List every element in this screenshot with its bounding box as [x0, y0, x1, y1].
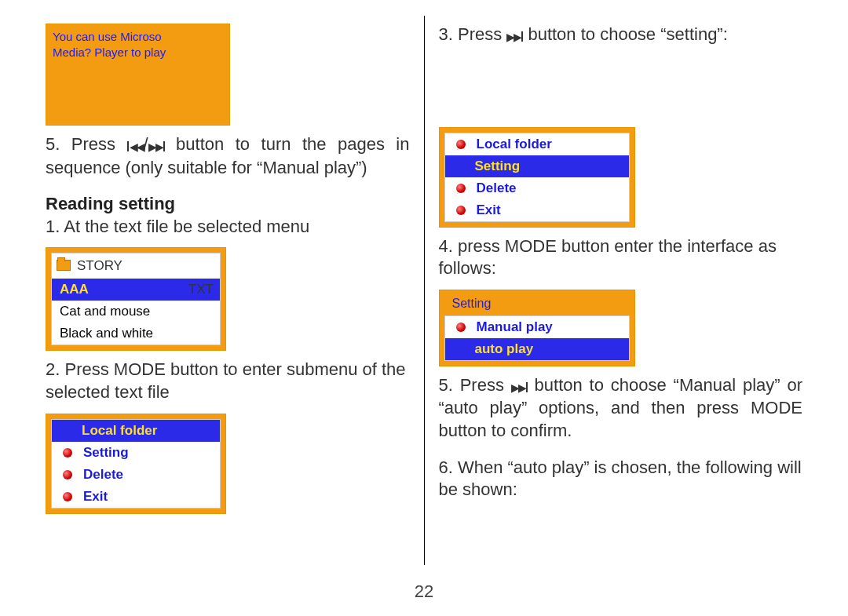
folder-title: STORY	[77, 258, 122, 274]
text-fragment: 3. Press	[439, 24, 507, 44]
setting-list: Manual play auto play	[444, 315, 630, 361]
instruction-text: 3. Press button to choose “setting”:	[439, 24, 803, 47]
menu-label: Delete	[83, 467, 214, 483]
menu-item: Delete	[52, 464, 220, 486]
folder-icon	[57, 260, 71, 271]
screen-text-line: Media? Player to play	[53, 45, 223, 60]
menu-item: Setting	[52, 442, 220, 464]
menu-label: Exit	[83, 489, 214, 505]
cursor-icon	[456, 160, 466, 173]
file-ext: TXT	[179, 282, 214, 297]
instruction-text: 4. press MODE button enter the interface…	[439, 235, 803, 280]
bullet-icon	[63, 492, 72, 501]
menu-item: Local folder	[445, 133, 629, 155]
menu-item: Delete	[445, 177, 629, 199]
bullet-icon	[456, 184, 466, 193]
instruction-text: 5. Press / button to turn the pages in s…	[46, 133, 410, 179]
screen-title: Setting	[444, 293, 630, 315]
text-fragment: 5. Press	[439, 375, 511, 395]
menu-label: Local folder	[477, 137, 623, 152]
instruction-text: 6. When “auto play” is chosen, the follo…	[439, 457, 803, 501]
section-heading: Reading setting	[46, 193, 410, 216]
file-row: Cat and mouse	[52, 301, 220, 323]
submenu-screen: Local folder Setting Delete Exit	[46, 414, 226, 514]
file-name: Black and white	[60, 326, 214, 341]
bullet-icon	[63, 448, 72, 457]
folder-header: STORY	[52, 253, 220, 279]
menu-label: Manual play	[477, 319, 623, 335]
next-icon	[511, 375, 528, 398]
submenu-screen: Local folder Setting Delete Exit	[439, 127, 635, 228]
previous-icon	[127, 134, 144, 157]
menu-item-selected: Setting	[445, 155, 629, 177]
menu-label: Exit	[477, 202, 623, 218]
bullet-icon	[456, 323, 466, 332]
text-fragment: 5. Press	[46, 134, 127, 154]
screen-text-line: You can use Microso	[53, 29, 223, 45]
cursor-icon	[456, 343, 466, 355]
bullet-icon	[456, 206, 466, 215]
submenu-list: Local folder Setting Delete Exit	[444, 133, 630, 222]
instruction-text: 2. Press MODE button to enter submenu of…	[46, 359, 410, 403]
cursor-icon	[63, 425, 72, 437]
page-number: 22	[0, 581, 848, 602]
file-row: Black and white	[52, 323, 220, 344]
menu-label: Delete	[477, 180, 623, 196]
menu-item-selected: Local folder	[52, 420, 220, 442]
file-row-selected: AAA TXT	[52, 279, 220, 301]
file-name: AAA	[60, 282, 179, 297]
setting-screen: Setting Manual play auto play	[439, 290, 635, 366]
right-column: 3. Press button to choose “setting”: Loc…	[425, 24, 817, 573]
menu-label: auto play	[475, 341, 623, 357]
next-icon	[148, 134, 165, 157]
bullet-icon	[456, 140, 466, 149]
submenu-list: Local folder Setting Delete Exit	[51, 419, 221, 508]
menu-label: Setting	[83, 445, 214, 461]
file-list: STORY AAA TXT Cat and mouse Black and wh…	[51, 253, 221, 345]
page: You can use Microso Media? Player to pla…	[0, 0, 848, 581]
menu-item: Exit	[52, 486, 220, 508]
file-name: Cat and mouse	[60, 304, 214, 319]
menu-label: Local folder	[82, 423, 214, 439]
menu-item: Exit	[445, 199, 629, 221]
text-reader-screen: You can use Microso Media? Player to pla…	[46, 24, 230, 126]
file-list-screen: STORY AAA TXT Cat and mouse Black and wh…	[46, 247, 226, 351]
menu-item-selected: auto play	[445, 338, 629, 360]
left-column: You can use Microso Media? Player to pla…	[31, 24, 424, 573]
menu-label: Setting	[475, 159, 623, 174]
instruction-text: 1. At the text file be selected menu	[46, 216, 410, 239]
instruction-text: 5. Press button to choose “Manual play” …	[439, 374, 803, 443]
next-icon	[506, 24, 523, 47]
text-fragment: button to choose “setting”:	[523, 24, 728, 44]
bullet-icon	[63, 470, 72, 479]
menu-item: Manual play	[445, 316, 629, 338]
